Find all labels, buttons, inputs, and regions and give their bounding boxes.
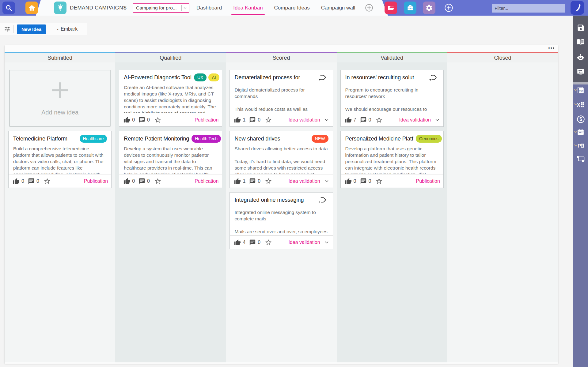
thumbs-up-icon[interactable] bbox=[234, 178, 241, 185]
excel-export-button[interactable]: X bbox=[573, 99, 588, 110]
settings-button[interactable] bbox=[423, 2, 435, 14]
add-tag-icon[interactable] bbox=[317, 73, 327, 84]
likes-count: 1 bbox=[243, 178, 245, 184]
comment-icon[interactable] bbox=[360, 117, 367, 123]
powerpoint-export-icon: P bbox=[576, 141, 585, 150]
powerpoint-export-button[interactable]: P bbox=[573, 140, 588, 151]
search-icon bbox=[5, 4, 13, 12]
card-title: Remote Patient Monitoring bbox=[124, 135, 189, 142]
profile-logo-button[interactable] bbox=[571, 1, 584, 15]
tab-compare-ideas[interactable]: Compare Ideas bbox=[274, 0, 310, 16]
chevron-down-icon[interactable] bbox=[324, 240, 329, 245]
comment-icon[interactable] bbox=[360, 178, 367, 185]
comment-icon[interactable] bbox=[249, 178, 256, 185]
idea-card-ai-diagnostic[interactable]: AI-Powered Diagnostic Tool UX AI Create … bbox=[119, 70, 222, 127]
card-title: Personalized Medicine Platf bbox=[345, 135, 413, 142]
idea-card-remote-monitoring[interactable]: Remote Patient Monitoring Health Tech De… bbox=[119, 131, 222, 188]
star-icon[interactable] bbox=[375, 116, 383, 124]
idea-card-dematerialized-process[interactable]: Dematerialized process for Digital demat… bbox=[230, 70, 333, 127]
thumbs-up-icon[interactable] bbox=[345, 178, 352, 185]
category-badge: Health Tech bbox=[192, 135, 221, 143]
add-new-idea-button[interactable]: Add new idea bbox=[9, 70, 111, 127]
thumbs-up-icon[interactable] bbox=[234, 117, 241, 123]
likes-count: 7 bbox=[354, 117, 356, 123]
star-icon[interactable] bbox=[44, 178, 51, 185]
filter-settings-button[interactable] bbox=[4, 26, 10, 32]
new-idea-button[interactable]: New Idea bbox=[17, 24, 46, 34]
star-icon[interactable] bbox=[265, 239, 272, 246]
workflow-state-link[interactable]: Idea validation bbox=[399, 117, 431, 123]
card-description: Shared drives allowing better access to … bbox=[234, 145, 328, 152]
workflow-state-link[interactable]: Publication bbox=[195, 178, 218, 184]
add-tag-icon[interactable] bbox=[428, 73, 437, 84]
workflow-state-link[interactable]: Idea validation bbox=[288, 178, 320, 184]
campaign-app-button[interactable] bbox=[54, 2, 66, 14]
idea-card-shared-drives[interactable]: New shared drives NEW Shared drives allo… bbox=[230, 131, 333, 188]
workflow-state-link[interactable]: Publication bbox=[416, 178, 440, 184]
card-title: In resources' recruiting solut bbox=[345, 73, 414, 81]
screencast-settings-button[interactable] bbox=[573, 154, 588, 164]
category-badge: Healthcare bbox=[80, 135, 107, 143]
idea-card-recruiting[interactable]: In resources' recruiting solut Program t… bbox=[340, 70, 444, 127]
star-icon[interactable] bbox=[265, 116, 272, 124]
likes-count: 0 bbox=[354, 178, 356, 184]
star-icon[interactable] bbox=[154, 116, 161, 124]
comments-count: 0 bbox=[258, 117, 260, 123]
thumbs-up-icon[interactable] bbox=[345, 117, 352, 123]
column-header: Submitted bbox=[5, 53, 115, 62]
calendar-export-button[interactable] bbox=[573, 127, 588, 137]
likes-count: 0 bbox=[132, 178, 135, 184]
chevron-down-icon[interactable] bbox=[324, 117, 329, 123]
add-tab-button[interactable] bbox=[365, 4, 373, 13]
column-header: Closed bbox=[447, 53, 558, 62]
documents-button[interactable] bbox=[385, 2, 397, 14]
likes-count: 1 bbox=[243, 117, 245, 123]
kanban-columns: Submitted Add new idea Telemedicine Plat… bbox=[5, 52, 558, 362]
home-button[interactable] bbox=[25, 2, 38, 14]
comment-icon[interactable] bbox=[28, 178, 35, 185]
workflow-state-link[interactable]: Publication bbox=[84, 178, 108, 184]
star-icon[interactable] bbox=[265, 178, 272, 185]
display-settings-button[interactable] bbox=[573, 67, 588, 77]
campaign-selector[interactable]: Campaing for pro... bbox=[133, 3, 189, 13]
budget-button[interactable]: $ bbox=[573, 114, 588, 124]
embark-dropdown[interactable]: ▾ Embark bbox=[57, 26, 78, 32]
idea-card-online-messaging[interactable]: Integrated online messaging Integrated o… bbox=[230, 192, 333, 249]
home-icon bbox=[28, 4, 36, 12]
campaign-selector-value: Campaing for pro... bbox=[136, 5, 181, 11]
board-more-options-icon[interactable]: ••• bbox=[548, 45, 555, 51]
thumbs-up-icon[interactable] bbox=[123, 178, 130, 185]
chevron-down-icon[interactable] bbox=[324, 178, 329, 184]
workspace-button[interactable] bbox=[404, 2, 416, 14]
comments-count: 0 bbox=[369, 178, 371, 184]
idea-card-telemedicine[interactable]: Telemedicine Platform Healthcare Build a… bbox=[8, 131, 112, 188]
comment-icon[interactable] bbox=[249, 239, 256, 246]
workflow-state-link[interactable]: Idea validation bbox=[288, 240, 320, 245]
filter-input[interactable] bbox=[492, 4, 565, 13]
tab-campaign-wall[interactable]: Campaign wall bbox=[321, 0, 355, 16]
add-app-button[interactable] bbox=[444, 3, 453, 13]
chevron-down-icon[interactable] bbox=[434, 117, 440, 123]
tab-dashboard[interactable]: Dashboard bbox=[196, 0, 222, 16]
tab-idea-kanban[interactable]: Idea Kanban bbox=[233, 0, 263, 16]
comment-icon[interactable] bbox=[138, 117, 145, 123]
pdf-export-button[interactable]: PDF bbox=[573, 85, 588, 95]
comment-icon[interactable] bbox=[138, 178, 145, 185]
card-description: Digital dematerialized process for comma… bbox=[234, 87, 328, 99]
add-tag-icon[interactable] bbox=[317, 196, 327, 206]
workflow-state-link[interactable]: Publication bbox=[195, 117, 218, 123]
assistant-button[interactable] bbox=[573, 52, 588, 63]
star-icon[interactable] bbox=[375, 178, 383, 185]
card-title: Telemedicine Platform bbox=[13, 135, 67, 142]
star-icon[interactable] bbox=[154, 178, 161, 185]
documentation-button[interactable] bbox=[573, 37, 588, 47]
thumbs-up-icon[interactable] bbox=[123, 117, 130, 123]
idea-card-personalized-medicine[interactable]: Personalized Medicine Platf Genomics Dev… bbox=[340, 131, 444, 188]
thumbs-up-icon[interactable] bbox=[13, 178, 20, 185]
thumbs-up-icon[interactable] bbox=[234, 239, 241, 246]
save-button[interactable] bbox=[573, 22, 588, 33]
plus-icon bbox=[51, 81, 70, 101]
workflow-state-link[interactable]: Idea validation bbox=[288, 117, 320, 123]
comment-icon[interactable] bbox=[249, 117, 256, 123]
search-button[interactable] bbox=[2, 2, 15, 14]
